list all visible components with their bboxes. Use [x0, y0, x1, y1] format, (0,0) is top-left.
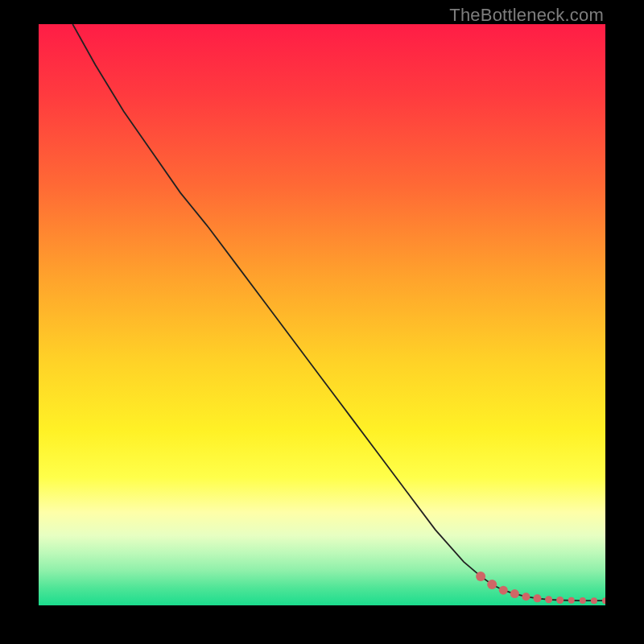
data-point [591, 597, 597, 604]
markers-group [476, 572, 605, 604]
data-point [556, 597, 564, 604]
data-point [545, 596, 552, 603]
data-point [476, 572, 485, 581]
chart-frame: TheBottleneck.com [0, 0, 644, 644]
data-point [534, 594, 542, 602]
data-point [499, 586, 508, 595]
data-point [568, 597, 575, 604]
data-point [510, 589, 519, 598]
data-point [602, 597, 605, 604]
curve-line [72, 24, 605, 601]
chart-svg [39, 24, 605, 605]
data-point [580, 597, 586, 604]
attribution-text: TheBottleneck.com [449, 5, 604, 26]
data-point [522, 592, 530, 601]
data-point [487, 580, 497, 589]
plot-area [39, 24, 605, 605]
